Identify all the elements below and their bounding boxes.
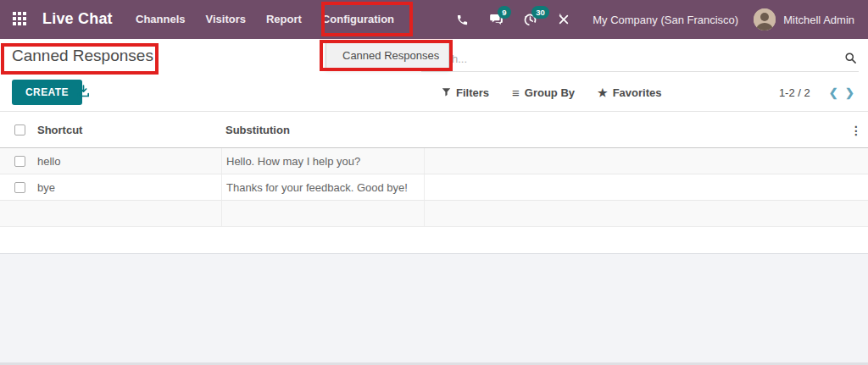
- empty-stripe-row: [0, 201, 868, 227]
- page-title: Canned Responses: [12, 47, 153, 65]
- filters-button[interactable]: Filters: [442, 86, 489, 99]
- dropdown-item-canned-responses[interactable]: Canned Responses: [326, 43, 448, 69]
- star-icon: ★: [598, 87, 608, 98]
- wrench-screwdriver-icon-glyph: [557, 13, 570, 26]
- row-spacer: [424, 148, 868, 174]
- group-by-icon: ≡: [512, 86, 520, 99]
- canned-responses-list: Shortcut Substitution ⋮ hello Hello. How…: [0, 112, 868, 253]
- row-select-cell: [0, 182, 37, 193]
- pager-next-icon[interactable]: ❯: [843, 86, 856, 99]
- cell-shortcut[interactable]: bye: [37, 181, 221, 194]
- favorites-label: Favorites: [613, 86, 662, 99]
- avatar-image: [754, 8, 776, 30]
- apps-grid-icon[interactable]: [13, 12, 28, 27]
- table-row[interactable]: bye Thanks for your feedback. Good bye!: [0, 174, 868, 201]
- row-spacer: [424, 174, 868, 200]
- filters-label: Filters: [456, 86, 489, 99]
- company-switcher[interactable]: My Company (San Francisco): [593, 14, 738, 26]
- content-background: [0, 253, 868, 365]
- row-checkbox[interactable]: [14, 182, 25, 193]
- cell-shortcut[interactable]: hello: [37, 155, 221, 168]
- main-menu: Channels Visitors Report Configuration: [125, 0, 404, 39]
- select-all-cell: [0, 124, 37, 135]
- row-checkbox[interactable]: [14, 156, 25, 167]
- optional-columns-icon[interactable]: ⋮: [849, 122, 864, 139]
- pager: 1-2 / 2 ❮ ❯: [779, 80, 856, 105]
- top-navbar: Live Chat Channels Visitors Report Confi…: [0, 0, 868, 39]
- search-input[interactable]: [421, 48, 859, 72]
- search-icon[interactable]: [844, 52, 857, 68]
- group-by-button[interactable]: ≡ Group By: [512, 86, 575, 99]
- configuration-dropdown-menu: Canned Responses: [326, 42, 449, 69]
- tools-icon[interactable]: [547, 0, 581, 39]
- user-menu[interactable]: Mitchell Admin: [783, 14, 854, 26]
- table-row[interactable]: hello Hello. How may I help you?: [0, 148, 868, 174]
- user-avatar[interactable]: [754, 8, 776, 30]
- search-options: Filters ≡ Group By ★ Favorites: [442, 80, 661, 105]
- phone-icon-glyph: [456, 14, 469, 26]
- create-button[interactable]: CREATE: [12, 80, 82, 105]
- download-icon-glyph: [76, 84, 91, 98]
- menu-visitors[interactable]: Visitors: [196, 0, 256, 39]
- menu-report[interactable]: Report: [256, 0, 312, 39]
- filter-funnel-icon: [442, 87, 451, 97]
- group-by-label: Group By: [525, 86, 575, 99]
- column-header-shortcut[interactable]: Shortcut: [37, 124, 221, 136]
- row-select-cell: [0, 156, 37, 167]
- phone-icon[interactable]: [445, 0, 479, 39]
- navbar-systray: 9 30 My Company (San Francisco): [445, 0, 868, 39]
- cell-substitution[interactable]: Thanks for your feedback. Good bye!: [221, 174, 424, 200]
- pager-previous-icon[interactable]: ❮: [827, 86, 840, 99]
- pager-range[interactable]: 1-2 / 2: [779, 86, 810, 99]
- menu-configuration[interactable]: Configuration: [312, 0, 404, 39]
- select-all-checkbox[interactable]: [14, 124, 25, 135]
- activities-icon[interactable]: 30: [513, 0, 547, 39]
- export-icon[interactable]: [76, 84, 91, 101]
- messages-icon[interactable]: 9: [479, 0, 513, 39]
- empty-row: [0, 227, 868, 253]
- favorites-button[interactable]: ★ Favorites: [598, 86, 661, 99]
- menu-channels[interactable]: Channels: [125, 0, 196, 39]
- app-brand[interactable]: Live Chat: [42, 10, 113, 28]
- cell-substitution[interactable]: Hello. How may I help you?: [221, 148, 424, 174]
- header-spacer: [424, 112, 868, 147]
- live-chat-app-window: Live Chat Channels Visitors Report Confi…: [0, 0, 868, 365]
- magnifier-icon-glyph: [844, 52, 857, 64]
- column-header-substitution[interactable]: Substitution: [221, 112, 424, 147]
- messages-count-badge: 9: [498, 6, 510, 19]
- search-bar: [421, 48, 859, 72]
- list-header-row: Shortcut Substitution ⋮: [0, 112, 868, 148]
